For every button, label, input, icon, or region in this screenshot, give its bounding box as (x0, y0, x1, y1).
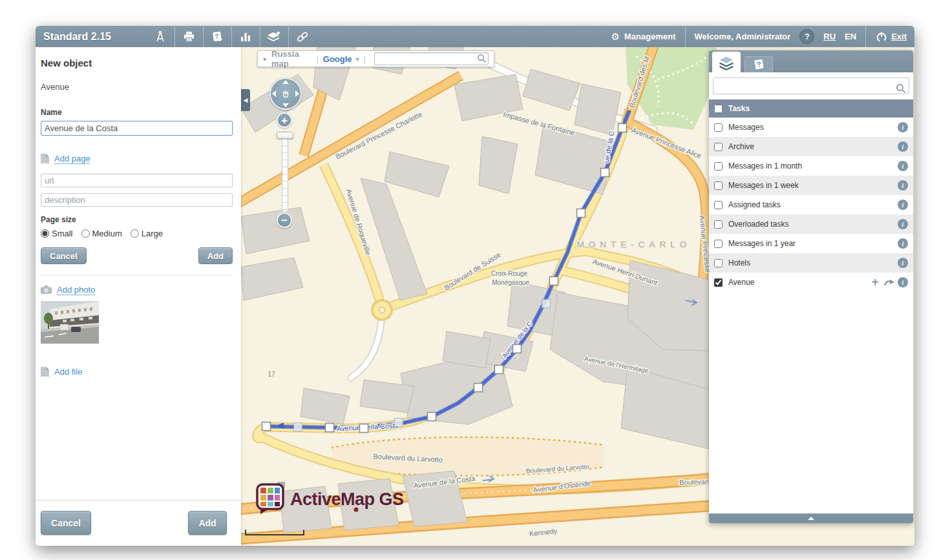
zoom-slider-track[interactable] (282, 131, 288, 213)
info-icon[interactable]: i (898, 200, 908, 210)
management-button[interactable]: ⚙ Management (611, 32, 676, 41)
edit-curve-arrow-icon[interactable] (883, 278, 894, 287)
cancel-button[interactable]: Cancel (41, 247, 87, 264)
layer-checkbox[interactable] (714, 201, 723, 209)
cancel-object-button[interactable]: Cancel (41, 511, 91, 535)
page-icon (41, 154, 49, 163)
name-label: Name (41, 108, 233, 117)
legend-question-icon: ? (752, 58, 766, 71)
info-icon[interactable]: i (898, 238, 908, 249)
hand-icon (280, 88, 291, 99)
tab-layers[interactable] (712, 52, 741, 72)
info-icon[interactable]: i (898, 161, 908, 171)
layer-checkbox[interactable] (714, 220, 723, 229)
link-icon[interactable] (289, 26, 317, 47)
add-object-button[interactable]: Add (188, 511, 227, 535)
route-vertex-handle (601, 169, 609, 177)
new-object-panel: New object Avenue Name Add page Page siz… (36, 47, 241, 546)
layers-panel-tabs: ? (709, 50, 913, 72)
name-input[interactable] (41, 121, 233, 136)
radio-large[interactable]: Large (131, 229, 163, 238)
search-icon (896, 83, 906, 94)
base-layer-caret-icon[interactable]: ▾ (263, 56, 266, 63)
tab-legend[interactable]: ? (744, 56, 773, 72)
layer-row-messages-1-year[interactable]: Messages in 1 year i (709, 234, 913, 253)
app-window: Standard 2.15 ? (36, 26, 914, 546)
add-page-link[interactable]: Add page (41, 154, 233, 163)
task-layer-list: Messages i Archive i Messages in 1 month… (709, 118, 913, 292)
lang-ru-link[interactable]: RU (823, 32, 836, 41)
layer-row-hotels[interactable]: Hotels i (709, 253, 913, 273)
zoom-slider-handle[interactable] (277, 132, 293, 139)
toolbar-icons: ? (147, 26, 317, 47)
layer-row-assigned-tasks[interactable]: Assigned tasks i (709, 195, 913, 214)
add-feature-icon[interactable]: + (871, 278, 879, 287)
layer-row-messages-1-week[interactable]: Messages in 1 week i (709, 176, 913, 195)
measure-icon[interactable] (147, 26, 174, 47)
map-area: Boulevard Princesse Charlotte Impasse de… (241, 47, 914, 546)
pan-control[interactable] (269, 78, 302, 110)
tasks-group-header: Tasks (709, 99, 913, 118)
layer-checkbox[interactable] (714, 123, 723, 132)
tasks-group-checkbox[interactable] (714, 105, 723, 113)
map-search-input[interactable] (374, 52, 489, 65)
zoom-out-button[interactable]: − (277, 213, 292, 228)
chevron-up-icon (808, 517, 814, 520)
exit-link[interactable]: Exit (891, 32, 907, 41)
info-icon[interactable]: i (898, 141, 908, 152)
add-photo-link[interactable]: Add photo (41, 285, 233, 295)
route-vertex-handle (474, 384, 483, 392)
layer-checkbox[interactable] (714, 181, 723, 190)
overlay-layer-select[interactable]: Google (323, 54, 352, 64)
info-icon[interactable]: i (898, 122, 908, 132)
tasks-group-label: Tasks (728, 104, 750, 113)
layer-checkbox[interactable] (714, 240, 723, 248)
map-marker (354, 508, 359, 512)
info-icon[interactable]: i (898, 277, 908, 287)
collapse-left-panel-button[interactable]: ◀ (241, 89, 250, 111)
add-button[interactable]: Add (198, 247, 233, 264)
description-input[interactable] (41, 193, 233, 207)
svg-text:Croix-Rouge: Croix-Rouge (491, 270, 528, 277)
layer-search (709, 72, 913, 99)
radio-medium[interactable]: Medium (81, 229, 122, 238)
layer-search-input[interactable] (713, 78, 909, 94)
lang-en-link[interactable]: EN (845, 32, 856, 41)
collapse-panel-button[interactable] (709, 513, 913, 523)
route-vertex-handle (618, 124, 627, 132)
statistics-icon[interactable] (232, 26, 260, 47)
info-icon[interactable]: i (898, 219, 908, 229)
layer-row-messages[interactable]: Messages i (709, 118, 913, 137)
url-input[interactable] (41, 174, 233, 187)
layer-row-messages-1-month[interactable]: Messages in 1 month i (709, 156, 913, 176)
info-icon[interactable]: i (898, 258, 908, 268)
layer-checkbox[interactable] (714, 143, 723, 151)
layer-checkbox[interactable] (714, 162, 723, 171)
help-badge[interactable]: ? (799, 29, 814, 44)
layer-checkbox[interactable] (714, 278, 723, 287)
route-vertex-handle (513, 345, 522, 353)
add-layer-icon[interactable] (260, 26, 288, 47)
photo-thumbnail[interactable] (41, 301, 233, 346)
camera-icon (41, 285, 52, 294)
add-file-link[interactable]: Add file (41, 367, 233, 377)
overlay-layer-caret-icon[interactable]: ▾ (356, 56, 359, 63)
layer-row-overloaded-tasks[interactable]: Overloaded tasks i (709, 214, 913, 234)
radio-small[interactable]: Small (41, 229, 73, 238)
layer-row-archive[interactable]: Archive i (709, 137, 913, 156)
route-vertex-handle (360, 424, 368, 433)
base-layer-select[interactable]: Russia map (271, 49, 311, 68)
svg-text:Boulevard: Boulevard (679, 477, 712, 486)
info-icon[interactable]: i (898, 180, 908, 191)
page-size-label: Page size (41, 215, 233, 224)
object-type-label: Avenue (41, 82, 233, 92)
layer-checkbox[interactable] (714, 259, 723, 267)
map-search (374, 52, 489, 65)
divider (41, 275, 233, 276)
layer-row-avenue[interactable]: Avenue + i (709, 273, 913, 292)
pan-right-icon (295, 90, 299, 97)
print-icon[interactable] (175, 26, 203, 47)
app-title: Standard 2.15 (43, 31, 111, 43)
help-book-icon[interactable]: ? (204, 26, 231, 47)
zoom-in-button[interactable]: + (277, 112, 292, 128)
